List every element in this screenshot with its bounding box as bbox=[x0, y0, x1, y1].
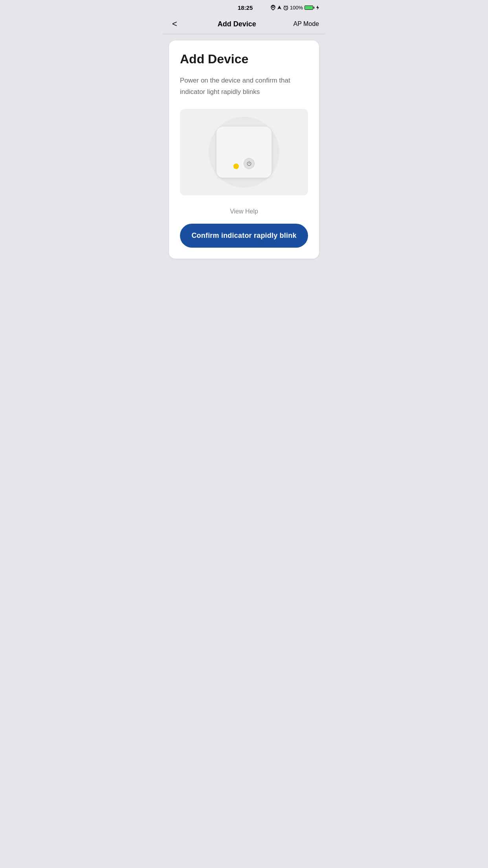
navigation-icon bbox=[277, 5, 282, 10]
view-help-link[interactable]: View Help bbox=[180, 208, 308, 215]
status-right: 100% bbox=[271, 5, 319, 11]
card-title: Add Device bbox=[180, 51, 308, 66]
content-area: Add Device Power on the device and confi… bbox=[163, 34, 325, 289]
alarm-icon bbox=[283, 5, 288, 10]
indicator-dot bbox=[233, 164, 239, 169]
nav-bar: < Add Device AP Mode bbox=[163, 14, 325, 34]
device-body bbox=[216, 127, 272, 178]
card-description: Power on the device and confirm that ind… bbox=[180, 75, 308, 98]
battery-icon bbox=[305, 6, 314, 10]
confirm-button[interactable]: Confirm indicator rapidly blink bbox=[180, 224, 308, 248]
power-button bbox=[244, 158, 255, 169]
back-button[interactable]: < bbox=[169, 17, 180, 31]
power-icon bbox=[246, 160, 252, 167]
svg-point-0 bbox=[272, 6, 274, 8]
device-circle-outer bbox=[209, 117, 279, 188]
nav-title: Add Device bbox=[218, 20, 256, 28]
device-illustration bbox=[180, 109, 308, 195]
main-card: Add Device Power on the device and confi… bbox=[169, 40, 319, 259]
location-icon bbox=[271, 5, 275, 10]
battery-percent: 100% bbox=[290, 5, 303, 11]
status-time: 18:25 bbox=[220, 4, 270, 11]
status-bar: 18:25 100% bbox=[163, 0, 325, 14]
charging-icon bbox=[316, 5, 319, 10]
ap-mode-button[interactable]: AP Mode bbox=[293, 20, 319, 28]
